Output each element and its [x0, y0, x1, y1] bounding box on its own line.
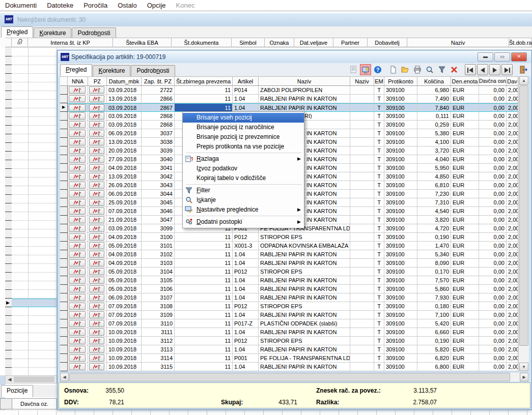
nna-document-icon[interactable] — [69, 190, 86, 197]
table-row[interactable]: 05.09.20183106111.04RABLJENI PAPIR IN KA… — [60, 285, 518, 293]
context-menu-item[interactable]: ?Razlaga▶ — [183, 154, 304, 164]
filter-icon[interactable] — [436, 64, 447, 75]
inner-column-header[interactable]: Dav — [507, 76, 518, 86]
table-row[interactable]: 10.09.20183113111.04RABLJENI PAPIR IN KA… — [60, 345, 518, 354]
pz-document-icon[interactable] — [89, 182, 104, 189]
pz-document-icon[interactable] — [89, 346, 104, 353]
minimize-button[interactable]: ▬ — [478, 52, 493, 62]
context-menu-item[interactable]: Kopiraj tabelo v odložišče — [183, 173, 304, 183]
row-selector[interactable] — [60, 345, 68, 354]
pz-document-icon[interactable] — [89, 233, 104, 241]
row-selector[interactable] — [60, 354, 68, 363]
open-folder-icon[interactable] — [400, 64, 411, 75]
inner-column-header[interactable]: Naziv — [259, 76, 350, 86]
nna-document-icon[interactable] — [69, 242, 86, 249]
nna-document-icon[interactable] — [69, 251, 86, 258]
inner-column-header[interactable]: Št.zbirnega prevzema — [175, 76, 233, 86]
row-selector[interactable] — [60, 146, 68, 155]
context-menu-item[interactable]: Izvoz podatkov — [183, 164, 304, 173]
nna-document-icon[interactable] — [69, 259, 86, 266]
previous-record-icon[interactable] — [477, 64, 488, 75]
row-selector[interactable] — [60, 276, 68, 285]
pz-document-icon[interactable] — [89, 337, 104, 344]
context-menu-item[interactable]: Prepis protikonta na vse pozicije — [183, 142, 304, 152]
nna-document-icon[interactable] — [69, 346, 86, 353]
outer-column-header[interactable]: Interna št. iz KP — [28, 38, 113, 47]
outer-row-selector-column[interactable] — [5, 48, 12, 375]
row-selector[interactable] — [60, 112, 68, 121]
nna-document-icon[interactable] — [69, 329, 86, 336]
menu-item-dokumenti[interactable]: Dokumenti — [0, 0, 42, 9]
nna-document-icon[interactable] — [69, 363, 86, 370]
nna-document-icon[interactable] — [69, 182, 86, 189]
nna-document-icon[interactable] — [69, 320, 86, 327]
tab-podrobnosti[interactable]: Podrobnosti — [72, 27, 116, 39]
nna-document-icon[interactable] — [69, 337, 86, 344]
nna-document-icon[interactable] — [69, 268, 86, 275]
table-row[interactable]: 10.09.20183111111.04RABLJENI PAPIR IN KA… — [60, 328, 518, 337]
row-selector[interactable] — [60, 337, 68, 345]
inner-column-header[interactable]: PZ — [88, 76, 107, 86]
row-selector[interactable] — [60, 259, 68, 268]
inner-column-header[interactable] — [60, 76, 68, 86]
nna-document-icon[interactable] — [69, 303, 86, 310]
row-selector[interactable] — [60, 155, 68, 164]
pz-document-icon[interactable] — [89, 130, 104, 137]
report-properties-icon[interactable] — [348, 64, 359, 75]
nna-document-icon[interactable] — [69, 156, 86, 163]
row-selector[interactable] — [60, 172, 68, 181]
pz-document-icon[interactable] — [89, 242, 104, 249]
help-icon[interactable]: ? — [372, 64, 383, 75]
outer-window-titlebar[interactable]: MIT Neknjiženi dokumenti: 30 — [0, 13, 532, 27]
row-selector[interactable] — [60, 311, 68, 319]
table-row[interactable]: 07.09.2018311011P017-ZPLASTIČNI ODPADEK … — [60, 319, 518, 328]
inner-column-header[interactable]: Den.enota — [451, 76, 479, 86]
table-row[interactable]: 07.09.2018310811P012STIROPOR EPST3091000… — [60, 302, 518, 311]
row-selector[interactable] — [60, 86, 68, 95]
nna-document-icon[interactable] — [69, 164, 86, 171]
nna-document-icon[interactable] — [69, 225, 86, 232]
pz-document-icon[interactable] — [89, 259, 104, 266]
nna-document-icon[interactable] — [69, 173, 86, 180]
pz-document-icon[interactable] — [89, 294, 104, 301]
row-selector[interactable] — [60, 181, 68, 190]
menu-item-poročila[interactable]: Poročila — [78, 0, 113, 9]
nna-document-icon[interactable] — [69, 208, 86, 215]
last-record-icon[interactable] — [501, 64, 513, 75]
screen-view-icon[interactable] — [360, 64, 371, 75]
nna-document-icon[interactable] — [69, 216, 86, 223]
table-row[interactable]: ▶03.09.20182867111.04RABLJENI PAPIR IN K… — [60, 103, 518, 112]
pz-document-icon[interactable] — [89, 86, 104, 94]
row-selector[interactable] — [60, 95, 68, 103]
pz-document-icon[interactable] — [89, 156, 104, 163]
inner-tab-korekture[interactable]: Korekture — [93, 65, 130, 76]
inner-column-header[interactable]: Artikel — [233, 76, 259, 86]
inner-window-titlebar[interactable]: MIT Specifikacija po artiklih: 19-000719… — [58, 51, 531, 63]
pz-document-icon[interactable] — [89, 225, 104, 232]
table-row[interactable]: 04.09.2018310011P012STIROPOR EPST3091000… — [60, 233, 518, 242]
nna-document-icon[interactable] — [69, 95, 86, 102]
inner-column-header[interactable]: NNA — [68, 76, 88, 86]
row-selector[interactable] — [60, 129, 68, 138]
scroll-left-icon[interactable]: ◀ — [6, 376, 13, 382]
pz-document-icon[interactable] — [89, 320, 104, 327]
table-row[interactable]: 10.09.20183115111.04RABLJENI PAPIR IN KA… — [60, 363, 518, 371]
context-menu-item[interactable]: Nastavitve preglednice▶ — [183, 205, 304, 215]
nna-document-icon[interactable] — [69, 104, 86, 111]
first-record-icon[interactable] — [465, 64, 476, 75]
row-selector[interactable] — [60, 164, 68, 172]
nna-document-icon[interactable] — [69, 277, 86, 284]
scroll-right-icon[interactable]: ▶ — [520, 373, 528, 381]
bottom-tab-pozicije[interactable]: Pozicije — [1, 385, 33, 397]
nna-document-icon[interactable] — [69, 233, 86, 241]
table-row[interactable]: 05.09.20183105111.04RABLJENI PAPIR IN KA… — [60, 276, 518, 285]
inner-tab-podrobnosti[interactable]: Podrobnosti — [131, 65, 175, 76]
table-row[interactable]: 05.09.2018310111X001-3ODPADNA KOVINSKA E… — [60, 242, 518, 250]
pz-document-icon[interactable] — [89, 251, 104, 258]
context-menu-item[interactable]: Brisanje vseh pozicij — [183, 113, 304, 123]
inner-column-header[interactable]: Datum_mbk — [107, 76, 142, 86]
outer-column-header[interactable]: Št.dokumenta — [172, 38, 232, 47]
outer-column-header[interactable]: Simbol — [232, 38, 265, 47]
menu-item-ostalo[interactable]: Ostalo — [113, 0, 142, 9]
row-selector[interactable] — [60, 302, 68, 311]
